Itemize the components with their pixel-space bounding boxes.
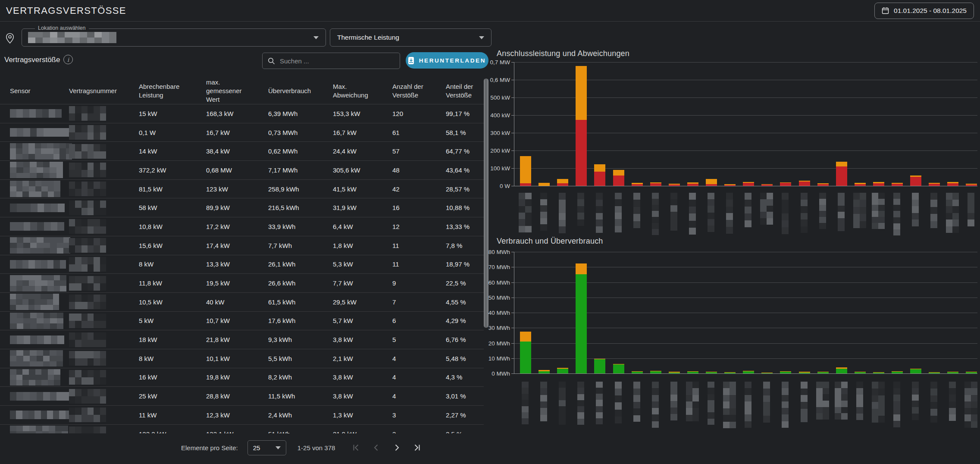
bar-segment-anschlussleistung[interactable]	[761, 185, 773, 186]
bar-segment-anschlussleistung[interactable]	[929, 184, 940, 186]
bar-segment-abweichung[interactable]	[780, 182, 791, 183]
bar-segment-verbrauch[interactable]	[520, 342, 531, 373]
bar-segment-überverbrauch[interactable]	[743, 371, 754, 371]
table-row[interactable]: 10,5 kW40 kW61,5 kWh29,5 kW74,55 %	[0, 293, 484, 312]
bar-segment-überverbrauch[interactable]	[650, 371, 661, 371]
bar-segment-verbrauch[interactable]	[929, 373, 940, 373]
bar-segment-verbrauch[interactable]	[576, 274, 587, 373]
bar-segment-überverbrauch[interactable]	[706, 372, 717, 372]
bar-segment-anschlussleistung[interactable]	[743, 183, 754, 186]
bar-segment-überverbrauch[interactable]	[576, 263, 587, 274]
bar-segment-abweichung[interactable]	[557, 179, 568, 183]
table-row[interactable]: 372,2 kW0,68 MW7,17 MWh305,6 kW4843,64 %	[0, 161, 484, 180]
bar-segment-verbrauch[interactable]	[687, 372, 698, 373]
bar-segment-überverbrauch[interactable]	[929, 372, 940, 373]
table-row[interactable]: 16 kW19,8 kW8,2 kWh3,8 kW44,3 %	[0, 368, 484, 387]
previous-page-button[interactable]	[371, 442, 382, 453]
bar-segment-verbrauch[interactable]	[873, 373, 884, 373]
bar-segment-verbrauch[interactable]	[892, 372, 903, 373]
bar-segment-verbrauch[interactable]	[632, 372, 643, 373]
bar-segment-abweichung[interactable]	[539, 183, 550, 186]
bar-segment-überverbrauch[interactable]	[613, 364, 624, 364]
bar-segment-verbrauch[interactable]	[836, 369, 847, 373]
bar-segment-überverbrauch[interactable]	[761, 373, 773, 373]
bar-segment-anschlussleistung[interactable]	[780, 183, 791, 186]
bar-segment-verbrauch[interactable]	[724, 373, 736, 373]
bar-segment-verbrauch[interactable]	[855, 372, 866, 373]
bar-segment-überverbrauch[interactable]	[724, 372, 736, 373]
bar-segment-anschlussleistung[interactable]	[966, 185, 977, 186]
bar-segment-überverbrauch[interactable]	[873, 372, 884, 373]
search-input[interactable]	[279, 57, 395, 65]
bar-segment-anschlussleistung[interactable]	[687, 184, 698, 186]
bar-segment-verbrauch[interactable]	[557, 369, 568, 373]
bar-segment-überverbrauch[interactable]	[817, 372, 829, 372]
bar-segment-abweichung[interactable]	[836, 162, 847, 166]
bar-segment-überverbrauch[interactable]	[594, 359, 605, 359]
bar-segment-anschlussleistung[interactable]	[873, 183, 884, 186]
bar-segment-abweichung[interactable]	[520, 156, 531, 183]
bar-segment-abweichung[interactable]	[650, 182, 661, 183]
bar-segment-verbrauch[interactable]	[910, 369, 921, 373]
next-page-button[interactable]	[391, 442, 402, 453]
bar-segment-abweichung[interactable]	[817, 183, 829, 184]
table-row[interactable]: 10,8 kW17,2 kW33,9 kWh6,4 kW1213,33 %	[0, 217, 484, 236]
bar-segment-verbrauch[interactable]	[743, 371, 754, 373]
table-row[interactable]: 0,1 W16,7 kW0,73 MWh16,7 kW6158,1 %	[0, 123, 484, 142]
bar-segment-überverbrauch[interactable]	[539, 370, 550, 371]
bar-segment-anschlussleistung[interactable]	[557, 183, 568, 186]
bar-segment-verbrauch[interactable]	[761, 373, 773, 373]
bar-segment-abweichung[interactable]	[613, 170, 624, 176]
info-icon[interactable]: i	[63, 55, 73, 64]
bar-segment-abweichung[interactable]	[706, 179, 717, 184]
table-row[interactable]: 15 kW168,3 kW6,39 MWh153,3 kW12099,17 %	[0, 104, 484, 123]
bar-segment-anschlussleistung[interactable]	[799, 182, 810, 186]
bar-segment-verbrauch[interactable]	[817, 372, 829, 373]
bar-segment-verbrauch[interactable]	[669, 373, 680, 373]
bar-segment-überverbrauch[interactable]	[669, 372, 680, 372]
location-select[interactable]: Lokation auswählen	[22, 28, 326, 47]
bar-segment-anschlussleistung[interactable]	[855, 184, 866, 186]
bar-segment-anschlussleistung[interactable]	[669, 185, 680, 186]
table-row[interactable]: 11,8 kW19,5 kW26,6 kWh7,7 kW922,5 %	[0, 274, 484, 293]
bar-segment-abweichung[interactable]	[929, 183, 940, 184]
bar-segment-abweichung[interactable]	[632, 183, 643, 184]
date-range-picker[interactable]: 01.01.2025 - 08.01.2025	[874, 3, 974, 19]
bar-segment-anschlussleistung[interactable]	[650, 183, 661, 186]
page-size-select[interactable]: 25	[247, 440, 286, 455]
bar-segment-anschlussleistung[interactable]	[520, 183, 531, 186]
bar-segment-abweichung[interactable]	[687, 182, 698, 184]
table-row[interactable]: 5 kW10,7 kW17,6 kWh5,7 kW64,29 %	[0, 312, 484, 331]
bar-segment-verbrauch[interactable]	[650, 371, 661, 373]
table-row[interactable]: 58 kW89,9 kW216,5 kWh31,9 kW1610,88 %	[0, 198, 484, 217]
bar-segment-abweichung[interactable]	[855, 183, 866, 184]
bar-segment-überverbrauch[interactable]	[780, 371, 791, 372]
table-row[interactable]: 123,2 kW133,1 kW51 kWh21,9 kW32,5 %	[0, 425, 484, 433]
bar-segment-abweichung[interactable]	[669, 184, 680, 185]
bar-segment-überverbrauch[interactable]	[687, 371, 698, 372]
bar-segment-überverbrauch[interactable]	[557, 368, 568, 369]
bar-segment-abweichung[interactable]	[761, 184, 773, 185]
bar-segment-verbrauch[interactable]	[966, 372, 977, 373]
bar-segment-verbrauch[interactable]	[706, 372, 717, 373]
bar-segment-verbrauch[interactable]	[594, 359, 605, 373]
table-row[interactable]: 15,6 kW17,4 kW7,7 kWh1,8 kW117,8 %	[0, 236, 484, 255]
bar-segment-verbrauch[interactable]	[539, 371, 550, 373]
bar-segment-überverbrauch[interactable]	[632, 371, 643, 372]
bar-segment-überverbrauch[interactable]	[910, 369, 921, 369]
bar-segment-anschlussleistung[interactable]	[724, 185, 736, 186]
bar-segment-abweichung[interactable]	[947, 182, 958, 183]
bar-segment-anschlussleistung[interactable]	[594, 172, 605, 186]
bar-segment-abweichung[interactable]	[910, 176, 921, 176]
bar-segment-anschlussleistung[interactable]	[613, 176, 624, 186]
table-row[interactable]: 14 kW38,4 kW0,62 MWh24,4 kW5764,77 %	[0, 142, 484, 161]
bar-segment-abweichung[interactable]	[966, 184, 977, 185]
table-row[interactable]: 8 kW13,3 kW26,1 kWh5,3 kW1118,97 %	[0, 255, 484, 274]
bar-segment-abweichung[interactable]	[873, 182, 884, 183]
bar-segment-anschlussleistung[interactable]	[817, 184, 829, 186]
table-row[interactable]: 25 kW28,8 kW11,5 kWh3,8 kW43,01 %	[0, 387, 484, 406]
bar-segment-abweichung[interactable]	[743, 182, 754, 183]
bar-segment-überverbrauch[interactable]	[855, 372, 866, 372]
table-row[interactable]: 8 kW10,1 kW5,5 kWh2,1 kW45,48 %	[0, 349, 484, 368]
bar-segment-verbrauch[interactable]	[947, 372, 958, 373]
